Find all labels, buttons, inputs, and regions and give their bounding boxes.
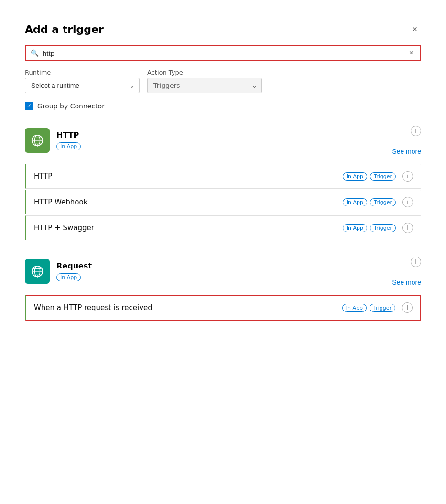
action-type-label: Action Type — [147, 69, 262, 76]
trigger-when-http-inapp-badge: In App — [342, 304, 367, 312]
search-icon: 🔍 — [31, 49, 39, 57]
trigger-when-http-request-name: When a HTTP request is received — [34, 303, 342, 312]
search-clear-button[interactable]: × — [407, 49, 415, 57]
trigger-http-webhook-inapp-badge: In App — [343, 198, 367, 206]
connector-http-name-area: HTTP In App — [56, 130, 388, 150]
filters-row: Runtime Select a runtime ⌄ Action Type T… — [25, 69, 421, 93]
runtime-label: Runtime — [25, 69, 140, 76]
connector-request-name: Request — [56, 261, 388, 270]
search-box: 🔍 × — [25, 45, 421, 61]
connector-http-badge: In App — [56, 142, 81, 150]
connector-request-badge: In App — [56, 273, 81, 281]
runtime-select-wrapper: Select a runtime ⌄ — [25, 78, 140, 93]
trigger-when-http-info-button[interactable]: i — [402, 302, 413, 313]
checkmark-icon: ✓ — [27, 103, 32, 109]
trigger-http-swagger-trigger-badge: Trigger — [370, 224, 396, 232]
runtime-select[interactable]: Select a runtime — [25, 78, 140, 93]
action-type-filter-group: Action Type Triggers ⌄ — [147, 69, 262, 93]
dialog-header: Add a trigger × — [25, 23, 421, 35]
connector-request-see-more-button[interactable]: See more — [392, 279, 421, 286]
connector-http-header: HTTP In App i See more — [25, 121, 421, 160]
close-button[interactable]: × — [408, 23, 421, 35]
section-divider — [25, 244, 421, 252]
runtime-filter-group: Runtime Select a runtime ⌄ — [25, 69, 140, 93]
search-input[interactable] — [43, 49, 407, 57]
group-by-connector-row[interactable]: ✓ Group by Connector — [25, 102, 421, 110]
action-type-display: Triggers — [147, 78, 262, 93]
connector-group-http: HTTP In App i See more HTTP In App Trigg… — [25, 121, 421, 240]
connector-request-name-area: Request In App — [56, 261, 388, 281]
connector-http-icon — [25, 128, 50, 153]
trigger-http-swagger-inapp-badge: In App — [343, 224, 367, 232]
connector-request-info-button[interactable]: i — [411, 257, 421, 267]
connector-group-request: Request In App i See more When a HTTP re… — [25, 252, 421, 321]
trigger-http-webhook-name: HTTP Webhook — [34, 198, 343, 206]
trigger-http-webhook-badges: In App Trigger i — [343, 197, 413, 207]
trigger-http-name: HTTP — [34, 172, 343, 181]
trigger-row-http[interactable]: HTTP In App Trigger i — [25, 164, 421, 189]
trigger-row-when-http-request[interactable]: When a HTTP request is received In App T… — [25, 295, 421, 321]
trigger-http-webhook-info-button[interactable]: i — [402, 197, 413, 207]
trigger-http-swagger-name: HTTP + Swagger — [34, 224, 343, 232]
add-trigger-dialog: Add a trigger × 🔍 × Runtime Select a run… — [10, 10, 436, 340]
connector-http-info-button[interactable]: i — [411, 126, 421, 136]
group-by-connector-checkbox[interactable]: ✓ — [25, 102, 33, 110]
trigger-http-trigger-badge: Trigger — [370, 172, 396, 181]
action-type-select-wrapper: Triggers ⌄ — [147, 78, 262, 93]
trigger-http-webhook-trigger-badge: Trigger — [370, 198, 396, 206]
trigger-row-http-swagger[interactable]: HTTP + Swagger In App Trigger i — [25, 215, 421, 240]
dialog-title: Add a trigger — [25, 23, 104, 35]
connector-http-header-right: i See more — [392, 126, 421, 155]
connector-http-name: HTTP — [56, 130, 388, 139]
connector-request-header-right: i See more — [392, 257, 421, 286]
trigger-http-info-button[interactable]: i — [402, 171, 413, 182]
trigger-http-badges: In App Trigger i — [343, 171, 413, 182]
trigger-http-inapp-badge: In App — [343, 172, 367, 181]
trigger-http-swagger-info-button[interactable]: i — [402, 223, 413, 233]
group-by-connector-label: Group by Connector — [37, 102, 105, 110]
connector-http-see-more-button[interactable]: See more — [392, 148, 421, 155]
trigger-when-http-trigger-badge: Trigger — [370, 304, 395, 312]
connector-request-header: Request In App i See more — [25, 252, 421, 291]
trigger-http-swagger-badges: In App Trigger i — [343, 223, 413, 233]
trigger-row-http-webhook[interactable]: HTTP Webhook In App Trigger i — [25, 190, 421, 214]
trigger-when-http-request-badges: In App Trigger i — [342, 302, 413, 313]
connector-request-icon — [25, 259, 50, 284]
